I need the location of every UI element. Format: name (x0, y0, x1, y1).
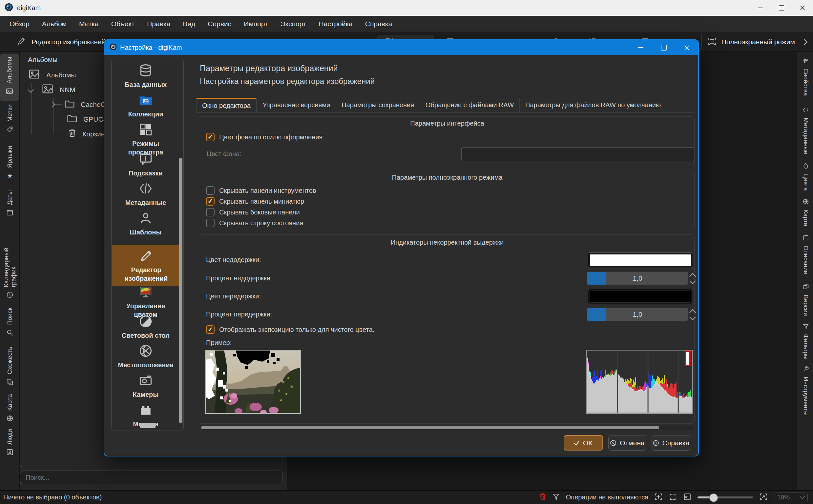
menu-pravka[interactable]: Правка (141, 20, 176, 28)
grid-icon (138, 122, 153, 138)
ok-button[interactable]: OK (564, 435, 603, 451)
pure-color-checkbox[interactable]: ✓ (206, 325, 214, 334)
category-database[interactable]: База данных (112, 63, 179, 89)
category-geolocation[interactable]: Местоположение (112, 344, 179, 369)
dialog-hscrollbar-thumb[interactable] (201, 426, 659, 429)
fullscreen-toolbutton[interactable]: Полноэкранный режим (707, 32, 806, 52)
category-templates[interactable]: Шаблоны (112, 211, 179, 236)
tab-editor-window[interactable]: Окно редактора (196, 98, 256, 112)
hide-sidebars-checkbox[interactable] (206, 208, 214, 216)
tab-raw-default[interactable]: Параметры для файлов RAW по умолчанию (519, 98, 666, 112)
image-icon (42, 84, 53, 95)
sidebar-tab-similarity[interactable]: Схожесть (0, 347, 20, 386)
under-color-button[interactable] (588, 252, 693, 268)
dialog-maximize-button[interactable] (652, 40, 675, 55)
tab-raw-behavior[interactable]: Обращение с файлами RAW (420, 98, 519, 112)
category-image-editor[interactable]: Редактор изображений (112, 245, 180, 286)
search-input[interactable] (20, 471, 282, 484)
minimize-button[interactable] (750, 0, 771, 16)
half-circle-icon (138, 314, 153, 330)
pencil-icon (139, 249, 153, 264)
category-color-management[interactable]: Управление цветом (112, 285, 179, 319)
sidebar-tab-map[interactable]: Карта (0, 394, 20, 424)
fit-select-icon[interactable] (683, 493, 692, 502)
maximize-button[interactable] (771, 0, 792, 16)
menu-spravka[interactable]: Справка (359, 20, 398, 28)
tab-save-settings[interactable]: Параметры сохранения (335, 98, 420, 112)
selection-status: Ничего не выбрано (0 объектов) (3, 494, 102, 501)
cancel-button[interactable]: Отмена (608, 435, 646, 451)
sidebar-tab-albums[interactable]: Альбомы (0, 54, 19, 101)
dialog-titlebar[interactable]: Настройка - digiKam (104, 40, 698, 55)
menu-import[interactable]: Импорт (237, 20, 274, 28)
hide-statusbar-checkbox[interactable] (206, 219, 214, 227)
menu-servis[interactable]: Сервис (201, 20, 237, 28)
image-editor-toolbutton[interactable]: Редактор изображений (16, 32, 105, 52)
sidebar-tab-tags[interactable]: Метки (0, 104, 20, 141)
sidebar-tab-timeline[interactable]: Календарный график (0, 227, 20, 300)
help-button[interactable]: Справка (652, 435, 690, 451)
zoom-slider[interactable] (698, 496, 753, 498)
help-icon (653, 440, 659, 446)
under-pct-spinbox[interactable]: 1,0 (587, 272, 688, 285)
dialog-close-button[interactable] (675, 40, 698, 55)
image-icon (6, 88, 13, 96)
menu-album[interactable]: Альбом (36, 20, 73, 28)
right-tab-metadata[interactable]: Метаданные (799, 107, 813, 149)
category-light-table[interactable]: Световой стол (112, 314, 179, 340)
sidebar-tab-labels[interactable]: Ярлыки ★ (0, 146, 20, 184)
search-icon (6, 329, 13, 337)
zoom-level-select[interactable]: 10% (774, 493, 808, 502)
over-color-button[interactable] (588, 289, 693, 304)
hide-sidebars-label: Скрывать боковые панели (219, 209, 300, 216)
trash-icon[interactable] (539, 493, 546, 502)
category-tooltips[interactable]: Подсказки (112, 152, 179, 177)
sidebar-tab-search[interactable]: Поиск (0, 308, 20, 339)
close-button[interactable] (792, 0, 813, 16)
menu-nastroyka[interactable]: Настройка (312, 20, 358, 28)
category-metadata[interactable]: Метаданные (112, 181, 179, 207)
person-frame-icon (6, 449, 13, 457)
hide-toolbars-label: Скрывать панели инструментов (219, 187, 316, 194)
category-collections[interactable]: Коллекции (112, 93, 179, 118)
sliders-icon (803, 57, 809, 65)
right-tab-map[interactable]: Карта (799, 198, 813, 230)
category-cameras[interactable]: Камеры (112, 373, 179, 399)
right-tab-tools[interactable]: Инструменты (799, 366, 813, 415)
exposure-group-title: Индикаторы некорректной выдержки (200, 239, 695, 246)
menu-obzor[interactable]: Обзор (3, 20, 36, 28)
zoom-fit-icon[interactable] (654, 493, 663, 502)
right-tab-caption[interactable]: Описание (799, 234, 813, 275)
globe-icon (803, 198, 809, 206)
chevron-collapsed-icon[interactable] (49, 101, 55, 107)
dialog-hscrollbar[interactable] (200, 426, 695, 430)
theme-bg-checkbox[interactable]: ✓ (206, 133, 214, 141)
zoom-100-icon[interactable] (669, 493, 677, 502)
dialog-minimize-button[interactable] (629, 40, 652, 55)
category-views[interactable]: Режимы просмотра (112, 122, 179, 156)
right-tab-properties[interactable]: Свойства (799, 57, 813, 98)
category-scrollbar[interactable] (179, 158, 182, 423)
hide-toolbars-checkbox[interactable] (206, 186, 214, 195)
filter-icon[interactable] (552, 493, 560, 502)
right-tab-filters[interactable]: Фильтры (799, 323, 813, 359)
sidebar-tab-dates[interactable]: Даты (0, 190, 20, 222)
right-tab-colors[interactable]: Цвета (799, 162, 813, 192)
menu-obyekt[interactable]: Объект (105, 20, 141, 28)
right-tab-versions[interactable]: Версии (799, 284, 813, 316)
menu-metka[interactable]: Метка (73, 20, 105, 28)
hide-thumbbar-checkbox[interactable]: ✓ (206, 197, 214, 206)
status-bar: Ничего не выбрано (0 объектов) Операции … (0, 490, 813, 504)
chevron-expanded-icon[interactable] (28, 87, 33, 92)
tab-versioning[interactable]: Управление версиями (256, 98, 335, 112)
zoom-slider-knob[interactable] (709, 494, 718, 502)
menu-eksport[interactable]: Экспорт (274, 20, 312, 28)
menu-vid[interactable]: Вид (176, 20, 201, 28)
fullscreen-icon (707, 36, 717, 48)
zoom-expand-icon[interactable] (759, 493, 768, 502)
over-pct-spinbox[interactable]: 1,0 (587, 308, 688, 321)
sidebar-tab-people[interactable]: Люди (0, 429, 20, 457)
camera-icon (138, 373, 153, 389)
tag-filter-field[interactable] (20, 457, 282, 467)
album-panel-header: Альбомы (28, 56, 57, 64)
